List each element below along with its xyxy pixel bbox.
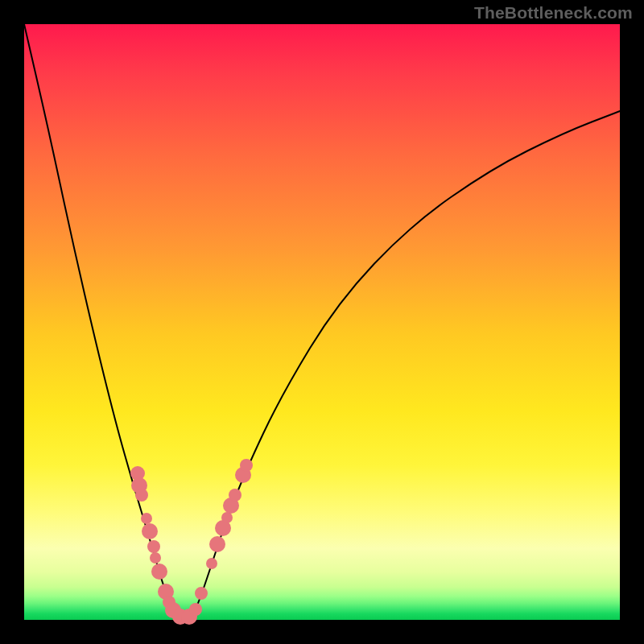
bead-marker (209, 536, 225, 552)
bead-marker (151, 564, 167, 580)
bead-marker (142, 523, 158, 539)
bead-marker (141, 513, 152, 524)
bead-marker (240, 459, 253, 472)
bead-marker (206, 558, 217, 569)
bead-marker (229, 489, 242, 502)
bead-marker (195, 587, 208, 600)
bead-group (130, 459, 253, 625)
bead-marker (135, 489, 148, 502)
bead-marker (150, 552, 161, 564)
plot-area (24, 24, 620, 620)
bead-marker (221, 512, 233, 523)
bead-marker (189, 603, 202, 616)
right-curve (192, 111, 620, 618)
chart-frame: TheBottleneck.com (0, 0, 644, 644)
watermark-text: TheBottleneck.com (474, 3, 633, 23)
bead-marker (147, 540, 160, 553)
curves-svg (24, 24, 620, 620)
